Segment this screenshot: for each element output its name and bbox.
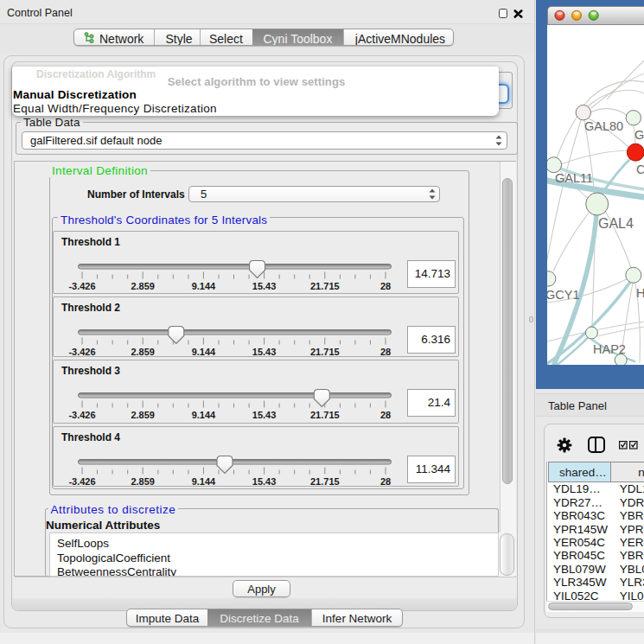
svg-text:HAP2: HAP2 (593, 342, 626, 356)
svg-text:21.715: 21.715 (310, 281, 340, 291)
svg-text:21.715: 21.715 (310, 410, 340, 420)
svg-text:GAL80: GAL80 (584, 119, 623, 133)
svg-text:-3.426: -3.426 (68, 410, 95, 420)
svg-text:15.43: 15.43 (252, 281, 277, 291)
svg-text:GCY1: GCY1 (547, 288, 580, 302)
svg-text:2.859: 2.859 (131, 410, 155, 420)
svg-text:9.144: 9.144 (192, 347, 216, 357)
svg-text:28: 28 (380, 410, 391, 420)
svg-text:21.715: 21.715 (310, 476, 340, 487)
svg-text:28: 28 (380, 347, 391, 357)
svg-text:GAL4: GAL4 (598, 216, 634, 231)
svg-text:9.144: 9.144 (192, 476, 216, 487)
svg-text:2.859: 2.859 (131, 281, 155, 291)
svg-text:15.43: 15.43 (252, 476, 277, 487)
svg-text:H: H (636, 286, 644, 300)
svg-text:9.144: 9.144 (192, 410, 216, 420)
svg-text:21.715: 21.715 (310, 347, 340, 357)
svg-text:28: 28 (380, 476, 391, 487)
svg-text:-3.426: -3.426 (68, 347, 95, 357)
svg-text:-3.426: -3.426 (68, 281, 95, 291)
svg-text:G.: G. (634, 128, 644, 142)
svg-text:C: C (636, 163, 644, 176)
svg-text:2.859: 2.859 (131, 476, 155, 487)
svg-text:15.43: 15.43 (252, 410, 277, 420)
svg-text:2.859: 2.859 (131, 347, 155, 357)
svg-text:15.43: 15.43 (252, 347, 277, 357)
svg-text:GAL11: GAL11 (555, 171, 593, 185)
svg-text:28: 28 (380, 281, 391, 291)
svg-text:9.144: 9.144 (192, 281, 216, 291)
svg-text:-3.426: -3.426 (68, 476, 95, 487)
